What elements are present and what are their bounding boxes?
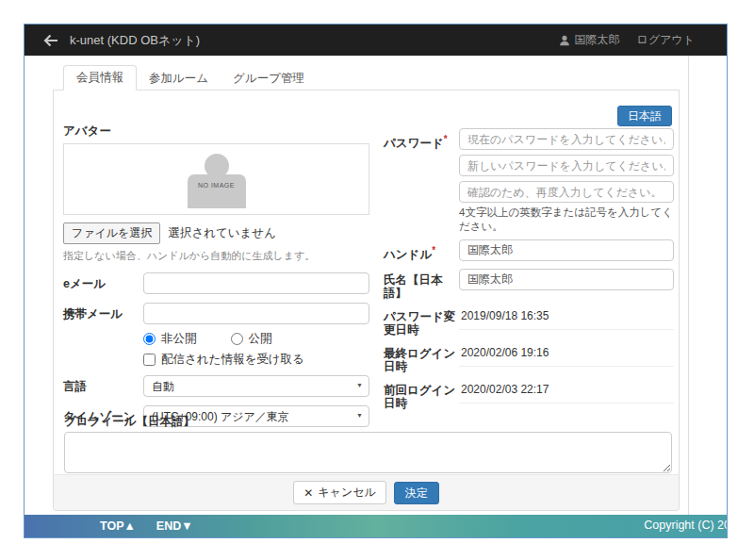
logout-link[interactable]: ログアウト bbox=[637, 32, 695, 48]
email-input[interactable] bbox=[143, 272, 369, 294]
app-brand-title[interactable]: k-unet (KDD OBネット) bbox=[70, 32, 200, 49]
required-mark: * bbox=[432, 245, 435, 255]
navbar-user-name: 国際太郎 bbox=[575, 32, 620, 48]
privacy-private-label: 非公開 bbox=[161, 331, 197, 347]
app-window: k-unet (KDD OBネット) 国際太郎 ログアウト 会員情報 bbox=[24, 24, 728, 538]
profile-label: プロフィール【日本語】 bbox=[64, 415, 672, 428]
privacy-private-radio[interactable] bbox=[143, 333, 156, 345]
top-navbar: k-unet (KDD OBネット) 国際太郎 ログアウト bbox=[25, 25, 727, 56]
avatar-hint-text: 指定しない場合、ハンドルから自動的に生成します。 bbox=[63, 249, 369, 263]
language-button[interactable]: 日本語 bbox=[617, 106, 672, 126]
file-status-text: 選択されていません bbox=[168, 225, 276, 241]
avatar-label: アバター bbox=[63, 124, 369, 138]
choose-file-button[interactable]: ファイルを選択 bbox=[63, 222, 160, 244]
new-password-input[interactable] bbox=[459, 155, 674, 176]
form-right-column: パスワード* 4文字以上の英数字または記号を入力してください。 bbox=[384, 128, 674, 410]
language-select-value: 自動 bbox=[152, 380, 174, 393]
scroll-end-link[interactable]: END▼ bbox=[156, 519, 193, 533]
receive-info-checkbox[interactable] bbox=[143, 354, 156, 366]
avatar-preview-box: NO IMAGE bbox=[63, 143, 369, 215]
mobile-email-label: 携帯メール bbox=[63, 303, 143, 321]
required-mark: * bbox=[444, 134, 448, 144]
user-icon bbox=[559, 35, 570, 46]
language-select[interactable]: 自動 ▼ bbox=[143, 375, 369, 397]
screenshot-stage: k-unet (KDD OBネット) 国際太郎 ログアウト 会員情報 bbox=[0, 0, 754, 560]
last-login-label: 最終ログイン日時 bbox=[384, 342, 459, 373]
tab-member-info[interactable]: 会員情報 bbox=[63, 65, 137, 91]
navbar-user-menu[interactable]: 国際太郎 bbox=[559, 32, 620, 48]
name-ja-input[interactable] bbox=[459, 269, 674, 290]
footer-bar: TOP▲ END▼ Copyright (C) 20 bbox=[25, 515, 727, 537]
close-icon: ✕ bbox=[303, 486, 313, 500]
form-left-column: アバター NO IMAGE ファイルを選択 選択されていません bbox=[63, 124, 369, 427]
password-changed-value: 2019/09/18 16:35 bbox=[459, 305, 674, 330]
member-panel: 会員情報 参加ルーム グループ管理 日本語 アバター NO IMAGE bbox=[53, 69, 680, 511]
privacy-public-radio[interactable] bbox=[231, 333, 243, 345]
no-image-avatar-icon: NO IMAGE bbox=[184, 154, 250, 208]
profile-textarea[interactable] bbox=[64, 432, 672, 473]
tab-group-management[interactable]: グループ管理 bbox=[221, 67, 317, 91]
back-arrow-icon[interactable] bbox=[43, 34, 58, 47]
scrollbar-gutter-line bbox=[688, 56, 689, 515]
confirm-password-input[interactable] bbox=[459, 181, 674, 203]
last-login-value: 2020/02/06 19:16 bbox=[459, 342, 674, 367]
name-ja-label: 氏名【日本語】 bbox=[384, 269, 459, 300]
password-hint: 4文字以上の英数字または記号を入力してください。 bbox=[459, 206, 674, 234]
language-label: 言語 bbox=[63, 375, 143, 393]
profile-section: プロフィール【日本語】 bbox=[64, 415, 672, 476]
privacy-public-label: 公開 bbox=[249, 331, 272, 347]
receive-info-label: 配信された情報を受け取る bbox=[161, 352, 304, 368]
handle-input[interactable] bbox=[459, 239, 674, 261]
content-area: 会員情報 参加ルーム グループ管理 日本語 アバター NO IMAGE bbox=[25, 56, 727, 515]
previous-login-value: 2020/02/03 22:17 bbox=[459, 379, 674, 404]
no-image-text: NO IMAGE bbox=[184, 182, 250, 189]
email-label: eメール bbox=[63, 272, 143, 290]
tab-joined-rooms[interactable]: 参加ルーム bbox=[137, 67, 221, 91]
chevron-down-icon: ▼ bbox=[356, 382, 363, 388]
handle-label: ハンドル* bbox=[384, 239, 459, 261]
current-password-input[interactable] bbox=[459, 128, 674, 150]
scroll-top-link[interactable]: TOP▲ bbox=[100, 519, 136, 533]
previous-login-label: 前回ログイン日時 bbox=[384, 379, 459, 410]
password-changed-label: パスワード変更日時 bbox=[384, 305, 459, 337]
form-actions-bar: ✕ キャンセル 決定 bbox=[54, 474, 679, 510]
tab-bar: 会員情報 参加ルーム グループ管理 bbox=[53, 69, 680, 91]
password-label: パスワード* bbox=[384, 128, 459, 150]
mobile-email-input[interactable] bbox=[143, 303, 369, 324]
cancel-button[interactable]: ✕ キャンセル bbox=[293, 481, 385, 504]
copyright-text: Copyright (C) 20 bbox=[644, 519, 727, 532]
submit-button[interactable]: 決定 bbox=[394, 482, 439, 504]
member-form: 日本語 アバター NO IMAGE ファイルを選択 bbox=[53, 91, 680, 511]
